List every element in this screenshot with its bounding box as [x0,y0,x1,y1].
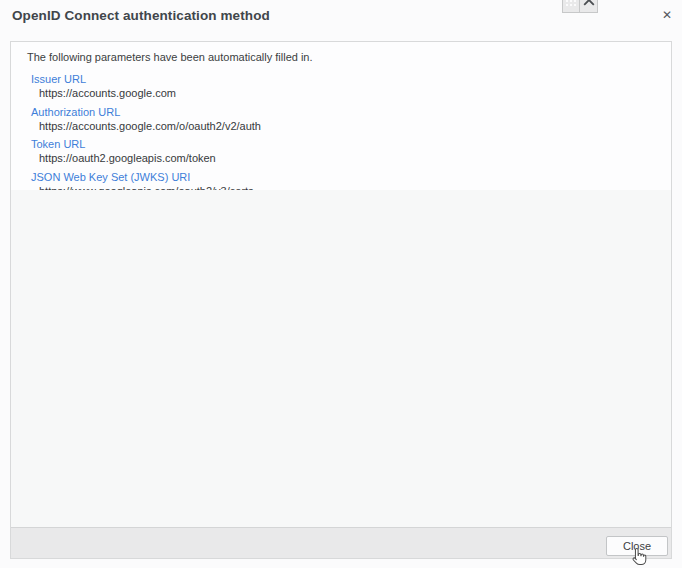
grid-button[interactable] [562,0,580,13]
dialog-title: OpenID Connect authentication method [12,8,270,23]
parameters-section: The following parameters have been autom… [11,42,671,190]
panel-toolbar [562,0,598,13]
parameter-label-issuer-url[interactable]: Issuer URL [31,73,86,87]
parameter-label-authorization-url[interactable]: Authorization URL [31,106,120,120]
dialog-footer: Close [11,527,671,558]
parameter-item: Token URL https://oauth2.googleapis.com/… [11,134,671,166]
intro-text: The following parameters have been autom… [11,51,671,64]
grid-icon [566,0,576,9]
close-button[interactable]: Close [606,536,668,556]
chevron-up-icon [583,0,595,9]
parameter-item: Issuer URL https://accounts.google.com [11,69,671,101]
parameter-item: Authorization URL https://accounts.googl… [11,102,671,134]
parameter-value: https://accounts.google.com/o/oauth2/v2/… [31,120,651,134]
collapse-button[interactable] [580,0,598,13]
empty-content-area [11,190,671,527]
close-icon[interactable]: ✕ [662,9,672,21]
dialog-panel: The following parameters have been autom… [10,41,672,559]
parameter-label-token-url[interactable]: Token URL [31,138,85,152]
parameter-value: https://accounts.google.com [31,87,651,101]
parameter-value: https://oauth2.googleapis.com/token [31,152,651,166]
parameter-label-jwks-uri[interactable]: JSON Web Key Set (JWKS) URI [31,171,190,185]
